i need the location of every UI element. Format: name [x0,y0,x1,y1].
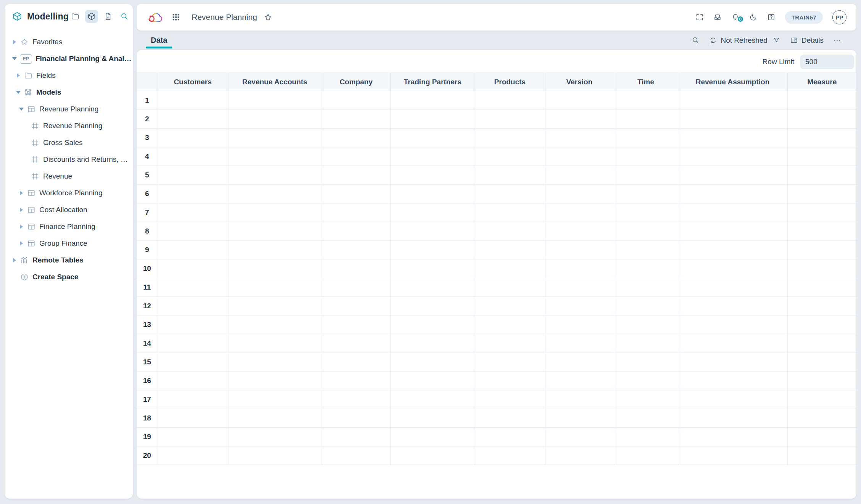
column-header-products[interactable]: Products [475,73,545,91]
column-header-company[interactable]: Company [322,73,390,91]
grid-cell[interactable] [158,203,228,222]
row-number[interactable]: 12 [137,297,158,316]
grid-cell[interactable] [475,203,545,222]
row-number[interactable]: 19 [137,428,158,446]
tree-item-cost-allocation[interactable]: Cost Allocation [5,201,133,218]
grid-cell[interactable] [322,428,390,446]
notifications-bell-icon[interactable]: 0 [731,13,740,21]
tenant-badge[interactable]: TRAIN57 [785,11,823,24]
column-header-time[interactable]: Time [614,73,678,91]
grid-cell[interactable] [158,166,228,185]
details-button[interactable]: Details [790,36,824,45]
grid-cell[interactable] [787,409,856,428]
grid-cell[interactable] [228,297,322,316]
grid-cell[interactable] [545,110,614,129]
grid-cell[interactable] [228,110,322,129]
chevron-right-icon[interactable] [18,224,24,230]
grid-cell[interactable] [390,203,475,222]
grid-cell[interactable] [322,372,390,390]
grid-cell[interactable] [228,91,322,110]
grid-cell[interactable] [228,390,322,409]
tree-item-models[interactable]: Models [5,84,133,101]
chevron-right-icon[interactable] [15,72,21,79]
chevron-right-icon[interactable] [18,240,24,246]
row-number[interactable]: 17 [137,390,158,409]
grid-cell[interactable] [678,372,787,390]
row-number[interactable]: 16 [137,372,158,390]
grid-cell[interactable] [614,353,678,372]
refresh-button[interactable]: Not Refreshed [709,36,767,45]
grid-cell[interactable] [678,147,787,166]
chevron-right-icon[interactable] [11,39,18,45]
grid-cell[interactable] [545,185,614,203]
tree-item-revenue-planning[interactable]: Revenue Planning [5,101,133,118]
grid-cell[interactable] [787,222,856,241]
grid-cell[interactable] [228,129,322,147]
grid-cell[interactable] [322,166,390,185]
grid-cell[interactable] [322,185,390,203]
modeller-cube-icon[interactable] [85,10,98,23]
grid-cell[interactable] [545,316,614,334]
grid-cell[interactable] [678,297,787,316]
help-icon[interactable] [767,13,776,21]
grid-cell[interactable] [158,129,228,147]
grid-cell[interactable] [614,222,678,241]
grid-cell[interactable] [475,91,545,110]
grid-cell[interactable] [390,91,475,110]
grid-cell[interactable] [787,297,856,316]
tree-item-gross-sales[interactable]: Gross Sales [5,134,133,151]
grid-cell[interactable] [158,353,228,372]
grid-cell[interactable] [322,334,390,353]
grid-cell[interactable] [475,428,545,446]
grid-cell[interactable] [322,91,390,110]
grid-cell[interactable] [158,278,228,297]
grid-cell[interactable] [228,259,322,278]
grid-cell[interactable] [545,278,614,297]
chevron-right-icon[interactable] [11,257,18,263]
grid-cell[interactable] [158,446,228,465]
grid-cell[interactable] [390,259,475,278]
grid-cell[interactable] [545,147,614,166]
grid-cell[interactable] [322,409,390,428]
column-header-trading-partners[interactable]: Trading Partners [390,73,475,91]
grid-cell[interactable] [322,446,390,465]
grid-cell[interactable] [545,297,614,316]
grid-cell[interactable] [545,372,614,390]
grid-cell[interactable] [787,390,856,409]
grid-cell[interactable] [545,91,614,110]
grid-cell[interactable] [545,446,614,465]
grid-cell[interactable] [158,185,228,203]
grid-cell[interactable] [158,241,228,259]
user-avatar[interactable]: PP [832,10,846,24]
grid-cell[interactable] [390,428,475,446]
grid-cell[interactable] [545,203,614,222]
grid-cell[interactable] [614,428,678,446]
grid-cell[interactable] [614,203,678,222]
row-number[interactable]: 20 [137,446,158,465]
grid-cell[interactable] [678,334,787,353]
grid-cell[interactable] [322,110,390,129]
tree-item-favorites[interactable]: Favorites [5,34,133,50]
grid-cell[interactable] [228,222,322,241]
grid-cell[interactable] [614,297,678,316]
grid-cell[interactable] [678,428,787,446]
grid-cell[interactable] [545,129,614,147]
grid-cell[interactable] [678,259,787,278]
grid-cell[interactable] [228,334,322,353]
grid-cell[interactable] [228,446,322,465]
grid-cell[interactable] [322,241,390,259]
grid-cell[interactable] [390,409,475,428]
grid-cell[interactable] [390,185,475,203]
grid-cell[interactable] [475,390,545,409]
grid-cell[interactable] [678,278,787,297]
grid-cell[interactable] [545,166,614,185]
row-number[interactable]: 15 [137,353,158,372]
grid-corner-cell[interactable] [137,73,158,91]
row-limit-input[interactable] [800,55,854,69]
grid-cell[interactable] [390,110,475,129]
tree-item-financial-planning-analysis[interactable]: FPFinancial Planning & Analysis [5,50,133,67]
grid-cell[interactable] [614,91,678,110]
grid-cell[interactable] [475,278,545,297]
grid-cell[interactable] [322,222,390,241]
grid-cell[interactable] [390,278,475,297]
